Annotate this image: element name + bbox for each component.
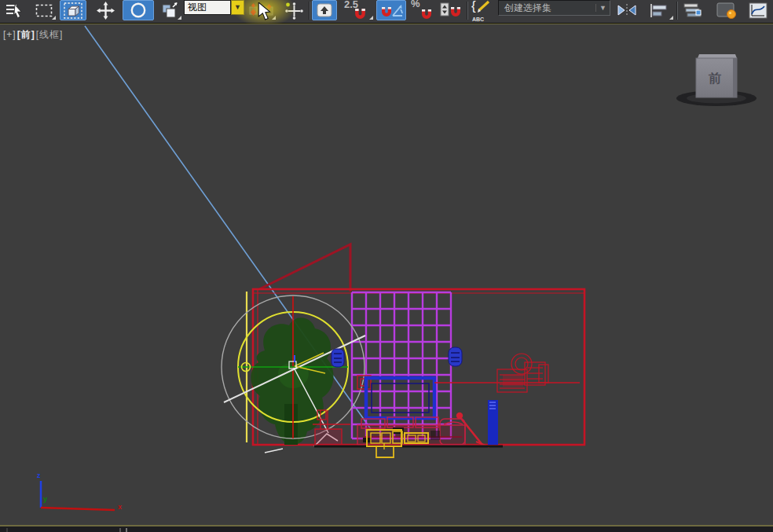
timeline-tick [126,528,127,532]
select-and-manipulate-button[interactable] [280,0,307,20]
angle-snap-button[interactable] [376,0,406,20]
scene-svg: 前 z y x [0,24,773,525]
spinner-snap-button[interactable] [437,0,465,20]
timeline-tick [6,528,8,532]
blue-radiator-left[interactable] [332,349,344,367]
red-roof-outline[interactable] [259,244,350,292]
mirror-button[interactable] [614,0,640,20]
named-selection-sets-value[interactable]: 创建选择集 [499,2,595,15]
viewcube[interactable]: 前 [676,54,757,106]
brace-glyph: { [471,0,476,14]
3dsmax-window: 视图 ▼ [0,0,773,532]
select-and-rotate-button[interactable] [123,0,154,20]
viewcube-front-label[interactable]: 前 [708,72,721,85]
curve-editor-button[interactable] [745,0,771,20]
axis-z-label: z [37,471,41,479]
spinner-snap-icon [440,2,462,19]
percent-snap-button[interactable]: % [408,0,437,20]
chevron-down-icon[interactable]: ▼ [595,4,610,12]
select-and-manipulate-icon [284,2,304,20]
select-and-rotate-icon [130,2,147,19]
reference-coordinate-dropdown[interactable]: 视图 ▼ [184,0,245,15]
pencil-icon [477,0,493,13]
viewport-view-label[interactable]: [前] [17,29,35,40]
chevron-down-icon[interactable]: ▼ [231,0,244,15]
world-axis-tripod: z y x [37,471,122,511]
toolbar-separator [309,2,310,20]
select-by-name-button[interactable] [2,0,28,20]
align-icon [649,3,669,18]
rotate-gizmo[interactable] [222,295,365,453]
toolbar-separator [467,2,468,20]
keyboard-override-button[interactable] [312,0,337,20]
red-sofa-wireframe[interactable] [357,417,465,445]
timeline-tick [119,528,121,532]
window-crossing-button[interactable] [60,0,86,20]
keyboard-override-icon [316,2,333,18]
edit-named-selection-sets-button[interactable]: { ABC [470,0,496,20]
red-chair-wireframe[interactable] [497,354,548,392]
blue-radiator-right[interactable] [449,347,462,366]
magnet-icon [354,8,367,20]
layer-manager-button[interactable] [680,0,706,20]
use-pivot-center-icon [247,3,259,17]
viewport-label: [+][前][线框] [3,28,64,42]
mirror-icon [617,3,637,17]
green-plant[interactable] [251,317,333,445]
selection-region-button[interactable] [31,0,57,20]
select-and-scale-icon [160,2,178,18]
angle-snap-icon [379,2,403,19]
material-editor-icon [716,2,737,19]
align-button[interactable] [643,0,674,20]
axis-x-label: x [118,503,122,511]
blue-table-frame[interactable] [366,378,434,418]
magnet-icon [420,9,433,20]
select-and-move-icon [97,2,115,20]
viewport-canvas[interactable]: [+][前][线框] [0,24,773,525]
layer-manager-icon [683,2,702,18]
axis-y-label: y [43,495,47,503]
toolbar-separator [676,2,678,20]
viewport-shading-label[interactable]: [线框] [36,29,64,40]
blue-column[interactable] [488,400,498,445]
use-selection-center-icon [263,3,275,17]
use-pivot-center-button[interactable] [246,0,261,20]
percent-label: % [411,0,420,9]
use-selection-center-button[interactable] [261,0,277,20]
select-by-name-icon [5,2,25,19]
reference-coordinate-value[interactable]: 视图 [184,0,231,15]
curve-editor-icon [749,2,768,19]
rectangular-region-icon [35,4,53,17]
material-editor-button[interactable] [711,0,742,20]
viewport-maximize-label[interactable]: [+] [3,29,16,40]
snap-2.5d-button[interactable]: 2.5 [341,0,374,20]
timeline-strip [0,525,773,532]
abc-label: ABC [472,17,484,22]
main-toolbar: 视图 ▼ [0,0,773,24]
select-and-move-button[interactable] [91,0,119,20]
named-selection-sets-dropdown[interactable]: 创建选择集 ▼ [498,0,610,16]
window-crossing-icon [64,2,82,19]
select-and-scale-button[interactable] [156,0,182,20]
